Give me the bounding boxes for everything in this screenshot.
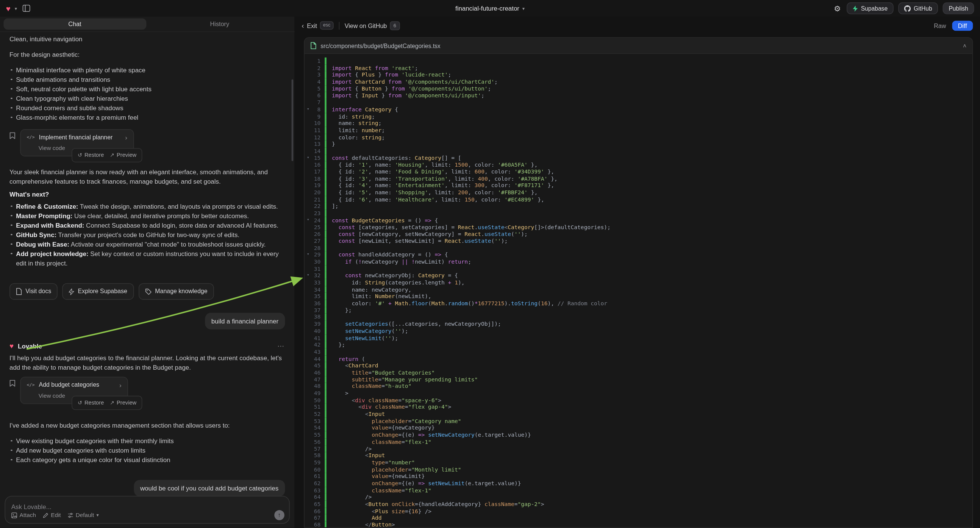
exit-button[interactable]: ‹ Exit esc bbox=[302, 21, 333, 30]
explore-supabase-button[interactable]: Explore Supabase bbox=[62, 283, 134, 300]
code-line: 36 color: '#' + Math.floor(Math.random()… bbox=[305, 300, 972, 307]
code-text: const newCategoryObj: Category = { bbox=[325, 272, 458, 279]
line-number: 16 bbox=[312, 161, 325, 168]
fold-chevron-icon[interactable]: ▾ bbox=[305, 106, 312, 113]
send-button[interactable]: ↑ bbox=[274, 510, 285, 520]
tab-history[interactable]: History bbox=[148, 18, 291, 30]
fold-gutter bbox=[305, 480, 312, 487]
assistant-paragraph: Your sleek financial planner is now read… bbox=[10, 167, 285, 186]
chat-scrollbar[interactable] bbox=[292, 80, 294, 161]
code-line: 3import { Plus } from 'lucide-react'; bbox=[305, 71, 972, 78]
restore-button[interactable]: ↺Restore bbox=[78, 150, 104, 160]
line-number: 14 bbox=[312, 147, 325, 154]
collapse-chevron-icon[interactable]: ˄ bbox=[963, 43, 966, 49]
lovable-logo-heart-icon: ♥ bbox=[6, 5, 11, 12]
line-number: 34 bbox=[312, 286, 325, 293]
workspace-menu-chevron-icon[interactable]: ▾ bbox=[15, 6, 17, 11]
fold-gutter bbox=[305, 522, 312, 528]
supabase-button[interactable]: Supabase bbox=[846, 2, 894, 14]
line-number: 42 bbox=[312, 341, 325, 348]
settings-gear-icon[interactable]: ⚙ bbox=[833, 3, 842, 14]
bookmark-icon[interactable] bbox=[10, 380, 16, 387]
composer: Attach Edit Default ▾ ↑ bbox=[5, 496, 290, 524]
chevron-down-icon: ▾ bbox=[522, 6, 525, 11]
preview-button[interactable]: ↗Preview bbox=[110, 398, 136, 407]
fold-gutter bbox=[305, 320, 312, 327]
manage-knowledge-button[interactable]: Manage knowledge bbox=[138, 283, 214, 300]
more-options-icon[interactable]: ⋯ bbox=[277, 341, 285, 351]
fold-gutter bbox=[305, 231, 312, 237]
bookmark-icon[interactable] bbox=[10, 132, 16, 139]
list-item: Rounded corners and subtle shadows bbox=[10, 103, 285, 113]
toggle-sidebar-button[interactable] bbox=[21, 3, 32, 13]
code-text: { id: '4', name: 'Entertainment', limit:… bbox=[325, 182, 554, 189]
code-line: 4import ChartCard from '@/components/ui/… bbox=[305, 78, 972, 85]
code-text bbox=[325, 244, 332, 251]
code-line: 63 className="flex-1" bbox=[305, 487, 972, 493]
github-button[interactable]: GitHub bbox=[898, 2, 938, 14]
github-icon bbox=[904, 5, 911, 11]
preview-button[interactable]: ↗Preview bbox=[110, 150, 136, 160]
code-line: 41 setNewLimit(''); bbox=[305, 334, 972, 341]
list-item: Refine & Customize: Tweak the design, an… bbox=[10, 202, 285, 211]
code-text bbox=[325, 99, 332, 106]
fold-chevron-icon[interactable]: ▾ bbox=[305, 217, 312, 223]
chevron-down-icon: ▾ bbox=[97, 513, 99, 518]
tab-chat[interactable]: Chat bbox=[3, 18, 146, 30]
fold-gutter bbox=[305, 383, 312, 390]
restore-label: Restore bbox=[84, 150, 104, 160]
fold-gutter bbox=[305, 189, 312, 196]
edit-card-add-budget-categories[interactable]: </> Add budget categories › View code ↺R… bbox=[20, 377, 128, 404]
composer-toolbar: Attach Edit Default ▾ ↑ bbox=[11, 510, 285, 520]
line-number: 33 bbox=[312, 279, 325, 286]
restore-button[interactable]: ↺Restore bbox=[78, 398, 104, 407]
edit-card-toolbar: ↺Restore ↗Preview bbox=[72, 396, 142, 410]
manage-knowledge-label: Manage knowledge bbox=[155, 287, 207, 296]
fold-chevron-icon[interactable]: ▾ bbox=[305, 251, 312, 258]
code-text: { id: '6', name: 'Healthcare', limit: 15… bbox=[325, 196, 544, 203]
list-item: Glass-morphic elements for a premium fee… bbox=[10, 113, 285, 122]
esc-key-badge: esc bbox=[320, 21, 333, 30]
edit-card-implement-financial-planner[interactable]: </> Implement financial planner › View c… bbox=[20, 129, 134, 156]
code-line: 57 /> bbox=[305, 445, 972, 452]
project-menu[interactable]: financial-future-creator ▾ bbox=[455, 5, 525, 12]
fold-chevron-icon[interactable]: ▾ bbox=[305, 154, 312, 161]
edit-mode-button[interactable]: Edit bbox=[43, 512, 60, 518]
code-text: name: newCategory, bbox=[325, 286, 411, 293]
code-text: title="Budget Categories" bbox=[325, 369, 434, 376]
publish-button[interactable]: Publish bbox=[943, 2, 974, 14]
line-number: 39 bbox=[312, 320, 325, 327]
line-number: 30 bbox=[312, 258, 325, 265]
line-number: 51 bbox=[312, 404, 325, 410]
divider bbox=[339, 22, 339, 29]
code-text: import { Button } from '@/components/ui/… bbox=[325, 85, 491, 92]
line-number: 7 bbox=[312, 99, 325, 106]
fold-chevron-icon[interactable]: ▾ bbox=[305, 272, 312, 279]
line-number: 21 bbox=[312, 196, 325, 203]
attach-button[interactable]: Attach bbox=[11, 512, 36, 518]
code-line: 20 { id: '5', name: 'Shopping', limit: 2… bbox=[305, 189, 972, 196]
visit-docs-button[interactable]: Visit docs bbox=[10, 283, 57, 300]
code-icon: </> bbox=[27, 133, 35, 142]
preview-label: Preview bbox=[117, 150, 136, 160]
edit-chip-row: </> Add budget categories › View code ↺R… bbox=[10, 377, 285, 404]
preview-icon: ↗ bbox=[110, 150, 115, 160]
code-line: 52 <Input bbox=[305, 410, 972, 417]
diff-button[interactable]: Diff bbox=[952, 21, 973, 31]
code-text bbox=[325, 348, 332, 355]
model-selector[interactable]: Default ▾ bbox=[67, 512, 99, 518]
list-item: GitHub Sync: Transfer your project's cod… bbox=[10, 230, 285, 239]
list-item: View existing budget categories with the… bbox=[10, 436, 285, 445]
chat-input[interactable] bbox=[11, 503, 229, 511]
list-item: Master Prompting: Use clear, detailed, a… bbox=[10, 211, 285, 220]
chat-panel: Chat History Clean, intuitive navigation… bbox=[0, 17, 294, 528]
raw-button[interactable]: Raw bbox=[934, 22, 946, 29]
file-header: src/components/budget/BudgetCategories.t… bbox=[305, 38, 972, 54]
fold-gutter bbox=[305, 134, 312, 140]
code-text: <Plus size={16} /> bbox=[325, 507, 431, 514]
added-features-list: View existing budget categories with the… bbox=[10, 436, 285, 464]
view-on-github-button[interactable]: View on GitHub 6 bbox=[345, 21, 400, 30]
fold-gutter bbox=[305, 64, 312, 71]
code-text: setNewCategory(''); bbox=[325, 328, 408, 334]
code-text: onChange={(e) => setNewCategory(e.target… bbox=[325, 431, 531, 438]
